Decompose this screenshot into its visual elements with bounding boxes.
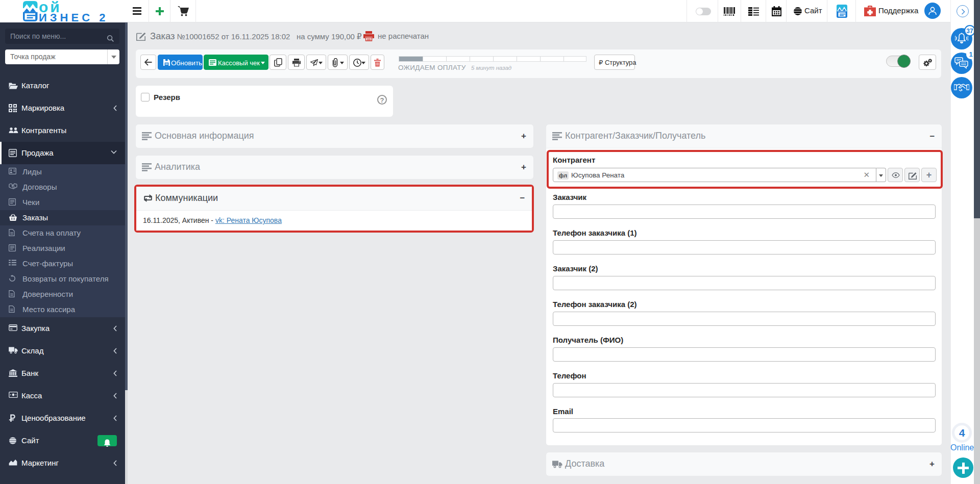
svg-text:ИЗНЕС 2: ИЗНЕС 2	[39, 11, 108, 22]
